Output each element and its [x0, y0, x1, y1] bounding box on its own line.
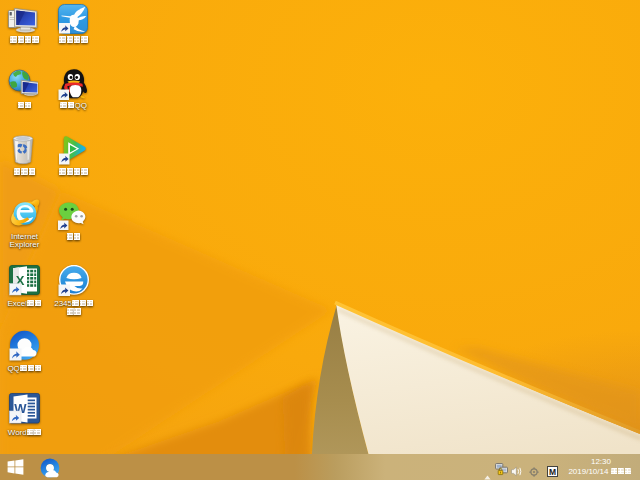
svg-text:M: M: [548, 467, 555, 477]
